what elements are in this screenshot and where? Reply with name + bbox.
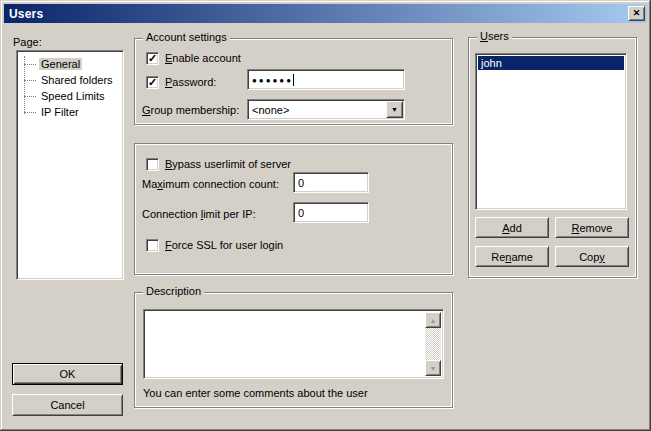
users-dialog: Users ✕ Page: General Shared folders Spe… (0, 0, 651, 431)
scroll-down-button[interactable]: ▼ (425, 360, 441, 376)
enable-account-row: ✓ Enable account (146, 52, 241, 65)
page-label: Page: (13, 36, 42, 49)
password-input[interactable]: ●●●●●● (247, 69, 405, 90)
description-textarea[interactable]: ▲ ▼ (143, 309, 444, 379)
max-connection-label: Maximum connection count: (142, 178, 279, 191)
scroll-down-icon: ▼ (430, 365, 437, 372)
password-row: ✓ Password: (146, 76, 216, 89)
users-group: Users john Add Remove Rename Copy (468, 37, 637, 278)
max-connection-input[interactable]: 0 (293, 172, 369, 193)
password-checkbox[interactable]: ✓ (146, 76, 159, 89)
chevron-down-icon: ▼ (391, 106, 398, 113)
page-tree[interactable]: General Shared folders Speed Limits IP F… (16, 50, 124, 280)
users-list-inner: john (478, 56, 624, 207)
users-caption: Users (477, 30, 512, 43)
scroll-up-icon: ▲ (430, 317, 437, 324)
account-settings-caption: Account settings (143, 31, 230, 44)
title-bar[interactable]: Users ✕ (4, 4, 647, 23)
group-membership-label: Group membership: (142, 104, 239, 117)
rename-button[interactable]: Rename (475, 246, 549, 267)
group-membership-value: <none> (252, 104, 289, 116)
ok-button[interactable]: OK (12, 363, 123, 385)
force-ssl-label: Force SSL for user login (165, 239, 283, 252)
remove-button[interactable]: Remove (555, 217, 629, 238)
user-list-item[interactable]: john (478, 56, 624, 70)
account-settings-group: Account settings ✓ Enable account ✓ Pass… (134, 38, 453, 125)
bypass-userlimit-row: ✓ Bypass userlimit of server (146, 158, 291, 171)
enable-account-checkbox[interactable]: ✓ (146, 52, 159, 65)
tree-item-shared-folders[interactable]: Shared folders (19, 72, 121, 88)
bypass-userlimit-checkbox[interactable]: ✓ (146, 158, 159, 171)
max-connection-value: 0 (298, 177, 304, 189)
text-caret (293, 74, 294, 86)
connection-per-ip-label: Connection limit per IP: (142, 208, 256, 221)
description-hint: You can enter some comments about the us… (143, 387, 368, 400)
tree-item-ip-filter[interactable]: IP Filter (19, 104, 121, 120)
group-membership-select[interactable]: <none> ▼ (247, 99, 405, 120)
password-label: Password: (165, 76, 216, 89)
close-button[interactable]: ✕ (628, 6, 645, 21)
password-masked-value: ●●●●●● (252, 76, 293, 85)
connection-per-ip-value: 0 (298, 207, 304, 219)
window-title: Users (4, 7, 43, 21)
connection-per-ip-input[interactable]: 0 (293, 202, 369, 223)
bypass-userlimit-label: Bypass userlimit of server (165, 158, 291, 171)
combo-dropdown-button[interactable]: ▼ (386, 101, 403, 118)
description-group: Description ▲ ▼ You can enter some comme… (134, 292, 453, 408)
scroll-up-button[interactable]: ▲ (425, 312, 441, 328)
force-ssl-checkbox[interactable]: ✓ (146, 239, 159, 252)
check-icon: ✓ (148, 53, 157, 64)
copy-button[interactable]: Copy (555, 246, 629, 267)
page-tree-inner: General Shared folders Speed Limits IP F… (19, 53, 121, 277)
enable-account-label: Enable account (165, 52, 241, 65)
users-listbox[interactable]: john (475, 53, 627, 210)
force-ssl-row: ✓ Force SSL for user login (146, 239, 283, 252)
cancel-button[interactable]: Cancel (12, 394, 123, 416)
tree-item-speed-limits[interactable]: Speed Limits (19, 88, 121, 104)
close-icon: ✕ (633, 9, 641, 18)
add-button[interactable]: Add (475, 217, 549, 238)
tree-item-general[interactable]: General (19, 56, 121, 72)
limits-group: ✓ Bypass userlimit of server Maximum con… (134, 143, 453, 275)
description-scrollbar[interactable]: ▲ ▼ (425, 312, 441, 376)
description-caption: Description (143, 285, 204, 298)
check-icon: ✓ (148, 77, 157, 88)
